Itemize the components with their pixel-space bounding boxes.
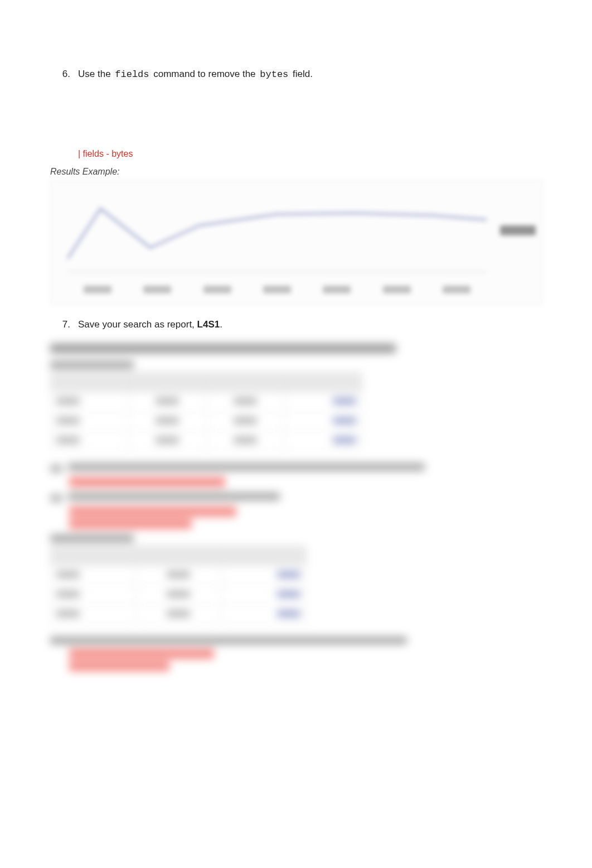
step-7: 7. Save your search as report, L4S1. <box>50 317 542 332</box>
blurred-preview <box>50 344 542 671</box>
chart-x-labels <box>67 286 487 293</box>
report-name: L4S1 <box>197 319 220 330</box>
blurred-table-1 <box>50 372 362 451</box>
step-6: 6. Use the fields command to remove the … <box>50 67 542 82</box>
inline-code-fields: fields <box>113 69 151 80</box>
step-text: Save your search as report, L4S1. <box>78 317 542 332</box>
chart-legend <box>500 225 536 235</box>
text-prefix: Use the <box>78 69 113 79</box>
text-prefix: Save your search as report, <box>78 319 197 330</box>
text-suffix: . <box>220 319 222 330</box>
step-number: 7. <box>50 317 78 332</box>
chart-line-svg <box>67 192 487 270</box>
text-middle: command to remove the <box>151 69 259 79</box>
inline-code-bytes: bytes <box>258 69 290 80</box>
results-chart <box>50 180 543 304</box>
step-number: 6. <box>50 67 78 81</box>
answer-text: | fields - bytes <box>78 149 542 159</box>
results-example-label: Results Example: <box>50 167 542 177</box>
blurred-table-2 <box>50 546 307 624</box>
step-text: Use the fields command to remove the byt… <box>78 67 542 82</box>
text-suffix: field. <box>290 69 313 79</box>
